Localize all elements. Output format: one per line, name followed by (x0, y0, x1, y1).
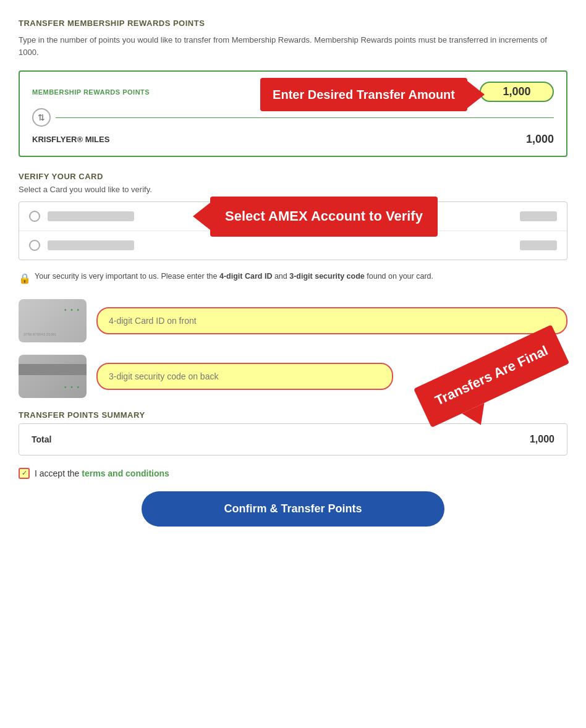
summary-total-value: 1,000 (530, 434, 554, 445)
krisflyer-label: KRISFLYER® MILES (32, 135, 109, 144)
card-front-details: 3759 876543 21001 (23, 332, 56, 337)
card-back-image: • • • (19, 355, 87, 398)
security-code-input[interactable] (96, 363, 393, 390)
terms-checkbox[interactable]: ✓ (19, 468, 30, 479)
page-description: Type in the number of points you would l… (19, 34, 567, 58)
divider-line (56, 117, 554, 118)
membership-rewards-label: MEMBERSHIP REWARDS POINTS (32, 88, 150, 96)
terms-link[interactable]: terms and conditions (82, 468, 169, 478)
card-back-row: • • • Transfers Are Final (19, 355, 567, 398)
page-title: TRANSFER MEMBERSHIP REWARDS POINTS (19, 19, 567, 28)
confirm-transfer-button[interactable]: Confirm & Transfer Points (142, 491, 444, 527)
verify-card-desc: Select a Card you would like to verify. (19, 185, 567, 194)
points-input[interactable] (480, 82, 554, 102)
card-select-box (19, 201, 567, 260)
swap-icon[interactable]: ⇅ (32, 108, 51, 127)
terms-row: ✓ I accept the terms and conditions (19, 468, 567, 479)
card-back-stripe (19, 364, 87, 375)
card-front-dots: • • • (64, 307, 80, 313)
security-notice: 🔒 Your security is very important to us.… (19, 270, 567, 287)
radio-card-1[interactable] (29, 211, 40, 222)
summary-table: Total 1,000 (19, 423, 567, 455)
summary-total-label: Total (32, 434, 51, 444)
card-id-input[interactable] (96, 307, 567, 334)
card-back-dots: • • • (64, 384, 80, 391)
verify-card-title: VERIFY YOUR CARD (19, 172, 567, 181)
summary-total-row: Total 1,000 (19, 424, 567, 455)
card-end-2 (520, 240, 557, 250)
miles-value: 1,000 (526, 133, 554, 146)
card-front-row: • • • 3759 876543 21001 (19, 299, 567, 342)
terms-text: I accept the terms and conditions (35, 468, 169, 478)
lock-icon: 🔒 (19, 271, 31, 287)
card-end-1 (520, 211, 557, 221)
transfer-box: MEMBERSHIP REWARDS POINTS ⇅ KRISFLYER® M… (19, 70, 567, 157)
card-name-2 (48, 240, 134, 250)
card-option-1[interactable] (19, 202, 567, 231)
card-name-1 (48, 211, 134, 221)
radio-card-2[interactable] (29, 240, 40, 251)
card-option-2[interactable] (19, 231, 567, 260)
card-front-image: • • • 3759 876543 21001 (19, 299, 87, 342)
